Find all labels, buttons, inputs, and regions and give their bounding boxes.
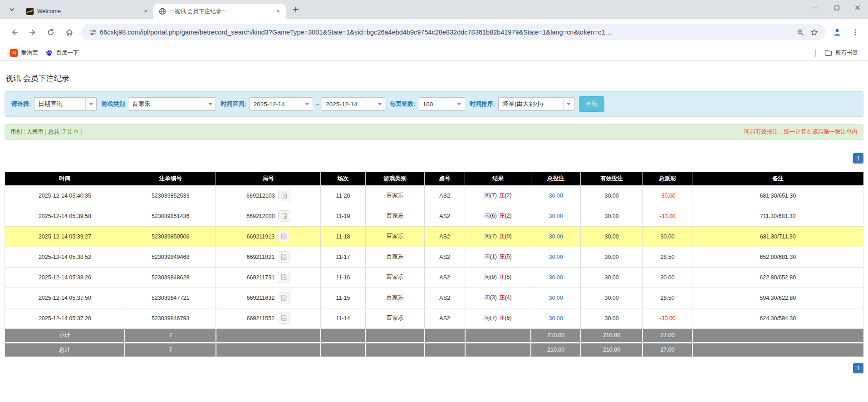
all-bookmarks-button[interactable]: 所有书签 [821,48,862,58]
bookmark-taobao[interactable]: 淘 爱淘宝 [6,48,42,58]
url-text[interactable]: 66cxkj98.com/ipl/portal.php/game/betreco… [100,29,794,36]
kebab-menu-icon [852,29,859,36]
banker-result: 庄 [499,274,505,280]
round-video-button[interactable] [278,313,290,324]
total-bet-link[interactable]: 30.00 [549,274,563,281]
payout-value: -30.00 [659,213,675,219]
sort-select[interactable]: 降幂(由大到小) [498,97,574,111]
total-bet-link[interactable]: 30.00 [549,254,563,260]
bookmark-star-button[interactable] [807,25,821,39]
cell-session: 11-18 [321,226,365,247]
cell-round: 669212103 [216,185,321,206]
back-button[interactable] [6,24,23,40]
player-score: (7) [490,315,497,321]
player-score: (3) [490,294,497,301]
page-title: 视讯 会员下注纪录 [5,73,863,84]
round-video-button[interactable] [278,251,290,263]
round-video-button[interactable] [278,210,290,222]
table-row: 2025-12-14 05:38:26 523039848628 6692117… [5,267,863,288]
cell-time: 2025-12-14 05:38:26 [5,267,125,288]
maximize-button[interactable] [826,0,847,15]
column-header: 有效投注 [581,172,642,185]
page-content: 视讯 会员下注纪录 请选择: 日期查询 游戏类别 百家乐 时间区间: 2025-… [0,73,868,373]
home-button[interactable] [61,24,77,40]
round-video-button[interactable] [278,272,290,283]
round-video-button[interactable] [278,231,290,242]
cell-session: 11-15 [321,288,365,308]
table-row: 2025-12-14 05:40:35 523039852533 6692121… [5,185,863,206]
forward-button[interactable] [25,24,41,40]
address-bar[interactable]: 66cxkj98.com/ipl/portal.php/game/betreco… [81,24,825,40]
total-bet-link[interactable]: 30.00 [549,193,563,199]
page-size-select[interactable]: 100 [419,97,465,111]
cell-bet-id: 523039848628 [125,267,216,288]
banker-result: 庄 [499,233,505,239]
tab-search-button[interactable] [5,3,18,16]
total-bet-link[interactable]: 30.00 [549,315,563,322]
query-button[interactable]: 查询 [579,96,604,112]
combo-arrow-icon[interactable] [205,98,216,110]
broken-media-icon [280,233,287,240]
cell-round: 669211552 [216,308,321,328]
browser-toolbar: 66cxkj98.com/ipl/portal.php/game/betreco… [0,19,868,45]
game-type-value: 百家乐 [128,98,205,110]
page-number-button[interactable]: 1 [853,153,863,164]
cell-result: 闲(7)庄(6) [465,308,531,328]
tab-strip: Welcome × :::视讯 会员下注纪录::: × [0,0,868,19]
banker-score: (6) [505,315,511,321]
table-row: 2025-12-14 05:39:58 523039851436 6692120… [5,206,863,226]
combo-arrow-icon[interactable] [563,98,574,110]
banker-result: 庄 [499,192,505,199]
round-id: 669212103 [246,193,275,199]
time-range-label: 时间区间: [221,100,246,108]
game-type-label: 游戏类别 [101,100,125,108]
cell-bet-id: 523039852533 [125,185,216,206]
player-result: 闲 [484,213,490,219]
cell-time: 2025-12-14 05:40:35 [5,185,125,206]
cell-remark: 681.30/711.30 [692,226,863,247]
select-label: 请选择: [11,100,31,108]
date-range-tilde: ~ [316,101,319,108]
tab-close-icon[interactable]: × [142,7,150,15]
cell-remark: 681.30/651.30 [692,185,863,206]
date-from-select[interactable]: 2025-12-14 [250,97,313,111]
new-tab-button[interactable] [289,3,302,16]
combo-arrow-icon[interactable] [454,98,465,110]
cell-round: 669211731 [216,267,321,288]
bet-records-table: 时间注单编号局号场次游戏类别桌号结果总投注有效投注总派彩备注 2025-12-1… [5,172,863,357]
cell-table-no: AS2 [425,247,465,267]
broken-media-icon [281,213,288,219]
game-type-select[interactable]: 百家乐 [128,97,216,111]
window-controls [805,0,868,15]
query-type-value: 日期查询 [34,98,85,110]
total-bet-link[interactable]: 30.00 [549,233,563,240]
tab-welcome[interactable]: Welcome × [21,4,153,19]
date-to-select[interactable]: 2025-12-14 [322,97,385,111]
tab-betrecord-active[interactable]: :::视讯 会员下注纪录::: × [153,4,286,19]
tab-close-icon[interactable]: × [274,7,282,15]
cell-bet-id: 523039850506 [125,226,216,247]
combo-arrow-icon[interactable] [85,98,96,110]
browser-menu-button[interactable] [847,24,863,40]
query-type-select[interactable]: 日期查询 [34,97,97,111]
site-settings-button[interactable] [86,25,100,39]
cell-total-bet: 30.00 [531,247,581,267]
total-bet-link[interactable]: 30.00 [549,213,563,219]
bookmark-baidu[interactable]: 百度一下 [42,48,83,58]
total-bet-link[interactable]: 30.00 [549,295,563,301]
cell-total-bet: 30.00 [531,267,581,288]
profile-button[interactable] [829,24,845,40]
back-icon [10,28,19,36]
close-window-button[interactable] [847,0,868,15]
combo-arrow-icon[interactable] [374,98,385,110]
round-video-button[interactable] [278,190,290,201]
date-from-value: 2025-12-14 [250,98,302,110]
page-number-button[interactable]: 1 [853,363,863,373]
refresh-button[interactable] [43,24,59,40]
round-video-button[interactable] [278,292,290,303]
minimize-button[interactable] [805,0,826,15]
cell-game: 百家乐 [365,267,425,288]
zoom-button[interactable] [794,25,807,39]
tab-title: Welcome [37,8,138,15]
combo-arrow-icon[interactable] [302,98,313,110]
